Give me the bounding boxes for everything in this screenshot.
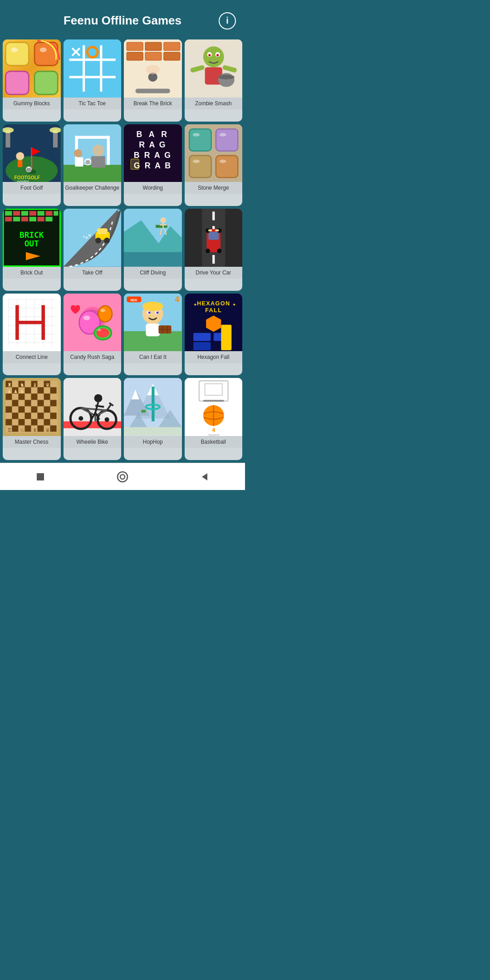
game-label-wheelie-bike: Wheelie Bike bbox=[64, 436, 122, 448]
game-card-brick-out[interactable]: BRICK OUT Brick Out bbox=[3, 209, 61, 291]
svg-rect-53 bbox=[107, 136, 109, 165]
svg-rect-57 bbox=[75, 157, 83, 166]
svg-text:♞: ♞ bbox=[20, 382, 24, 388]
game-thumbnail-goalkeeper-challenge bbox=[64, 124, 122, 182]
svg-rect-174 bbox=[221, 325, 231, 350]
game-thumbnail-brick-out: BRICK OUT bbox=[3, 209, 61, 267]
svg-rect-84 bbox=[13, 217, 20, 221]
svg-text:BRICK: BRICK bbox=[20, 230, 44, 240]
svg-point-152 bbox=[142, 302, 163, 311]
game-card-wording[interactable]: B A R R A G B R A G G R A B Wording bbox=[124, 124, 182, 206]
game-thumbnail-hexagon-fall: HEXAGON FALL ✦ ✦ bbox=[185, 294, 243, 352]
svg-text:4: 4 bbox=[175, 295, 179, 304]
svg-rect-51 bbox=[75, 136, 110, 138]
svg-text:♗: ♗ bbox=[33, 427, 37, 433]
svg-text:♟: ♟ bbox=[20, 389, 24, 394]
svg-rect-85 bbox=[21, 217, 28, 221]
svg-rect-76 bbox=[5, 211, 12, 216]
game-label-tic-tac-toe: Tic Tac Toe bbox=[64, 98, 122, 109]
svg-rect-68 bbox=[189, 155, 211, 177]
game-card-stone-merge[interactable]: Stone Merge bbox=[185, 124, 243, 206]
svg-rect-205 bbox=[12, 426, 18, 432]
svg-point-97 bbox=[88, 234, 90, 236]
game-card-tic-tac-toe[interactable]: Tic Tac Toe bbox=[64, 39, 122, 122]
game-card-connect-line[interactable]: Connect Line bbox=[3, 294, 61, 376]
game-card-zombie-smash[interactable]: Zombie Smash bbox=[185, 39, 243, 122]
svg-rect-55 bbox=[91, 156, 105, 168]
svg-rect-208 bbox=[50, 426, 57, 432]
svg-rect-87 bbox=[38, 217, 44, 221]
svg-rect-243 bbox=[141, 410, 146, 413]
game-label-cliff-diving: Cliff Diving bbox=[124, 267, 182, 279]
game-card-hexagon-fall[interactable]: HEXAGON FALL ✦ ✦ Hexagon Fall bbox=[185, 294, 243, 376]
svg-point-70 bbox=[192, 133, 199, 137]
svg-rect-79 bbox=[29, 211, 36, 216]
game-card-drive-your-car[interactable]: Drive Your Car bbox=[185, 209, 243, 291]
svg-rect-186 bbox=[18, 394, 24, 400]
svg-rect-111 bbox=[212, 212, 215, 220]
game-card-goalkeeper-challenge[interactable]: Goalkeeper Challenge bbox=[64, 124, 122, 206]
svg-text:♖: ♖ bbox=[7, 427, 12, 433]
svg-text:evolution: evolution bbox=[17, 179, 29, 182]
svg-rect-69 bbox=[216, 155, 237, 177]
svg-rect-0 bbox=[5, 42, 29, 65]
game-card-hophop[interactable]: HopHop bbox=[124, 378, 182, 460]
game-label-drive-your-car: Drive Your Car bbox=[185, 267, 243, 279]
svg-point-224 bbox=[78, 416, 83, 421]
svg-point-5 bbox=[40, 48, 47, 52]
svg-rect-88 bbox=[45, 217, 52, 221]
game-thumbnail-stone-merge bbox=[185, 124, 243, 182]
svg-point-226 bbox=[104, 417, 109, 422]
svg-rect-2 bbox=[5, 71, 29, 94]
game-card-break-the-brick[interactable]: Break The Brick bbox=[124, 39, 182, 122]
svg-rect-191 bbox=[38, 400, 44, 407]
game-card-wheelie-bike[interactable]: Wheelie Bike bbox=[64, 378, 122, 460]
info-button[interactable]: i bbox=[219, 12, 236, 29]
svg-text:♛: ♛ bbox=[45, 382, 50, 388]
svg-rect-15 bbox=[127, 42, 143, 50]
game-card-candy-rush-saga[interactable]: Candy Rush Saga bbox=[64, 294, 122, 376]
back-button[interactable] bbox=[199, 471, 210, 482]
game-thumbnail-master-chess: ♜ ♞ ♝ ♛ ♟ ♟ ♟ ♖ ♘ ♗ ♕ bbox=[3, 378, 61, 436]
svg-rect-184 bbox=[50, 387, 57, 394]
svg-rect-171 bbox=[193, 333, 211, 341]
svg-rect-20 bbox=[164, 52, 180, 60]
svg-text:FALL: FALL bbox=[205, 307, 222, 314]
game-thumbnail-gummy-blocks bbox=[3, 39, 61, 98]
svg-rect-121 bbox=[208, 230, 212, 231]
svg-rect-80 bbox=[38, 211, 44, 216]
game-thumbnail-candy-rush-saga bbox=[64, 294, 122, 352]
game-card-basketball[interactable]: 4 Superb Basketball bbox=[185, 378, 243, 460]
game-card-master-chess[interactable]: ♜ ♞ ♝ ♛ ♟ ♟ ♟ ♖ ♘ ♗ ♕ Master Chess bbox=[3, 378, 61, 460]
svg-rect-66 bbox=[189, 129, 211, 151]
svg-point-72 bbox=[192, 159, 199, 163]
game-label-master-chess: Master Chess bbox=[3, 436, 61, 448]
game-label-gummy-blocks: Gummy Blocks bbox=[3, 98, 61, 109]
game-label-hophop: HopHop bbox=[124, 436, 182, 448]
stop-button[interactable] bbox=[35, 471, 46, 482]
game-card-can-i-eat-it[interactable]: NEW 4 Can I Eat It bbox=[124, 294, 182, 376]
svg-rect-202 bbox=[18, 419, 24, 426]
svg-rect-82 bbox=[54, 211, 58, 216]
svg-rect-182 bbox=[24, 387, 31, 394]
home-button[interactable] bbox=[116, 470, 129, 483]
game-card-take-off[interactable]: Take Off bbox=[64, 209, 122, 291]
svg-rect-222 bbox=[64, 428, 122, 436]
game-label-foot-golf: Foot Golf bbox=[3, 182, 61, 194]
svg-marker-260 bbox=[202, 473, 207, 480]
svg-point-96 bbox=[104, 238, 110, 244]
svg-point-233 bbox=[94, 394, 102, 402]
svg-rect-206 bbox=[24, 426, 31, 432]
game-card-gummy-blocks[interactable]: Gummy Blocks bbox=[3, 39, 61, 122]
game-card-foot-golf[interactable]: FOOTGOLF evolution Foot Golf bbox=[3, 124, 61, 206]
svg-rect-78 bbox=[21, 211, 28, 216]
game-card-cliff-diving[interactable]: Cliff Diving bbox=[124, 209, 182, 291]
game-thumbnail-tic-tac-toe bbox=[64, 39, 122, 98]
svg-rect-190 bbox=[24, 400, 31, 407]
svg-point-104 bbox=[160, 217, 166, 223]
game-thumbnail-drive-your-car bbox=[185, 209, 243, 267]
svg-text:G R A B: G R A B bbox=[134, 161, 172, 170]
svg-rect-195 bbox=[31, 407, 37, 413]
svg-rect-204 bbox=[44, 419, 50, 426]
svg-point-95 bbox=[95, 238, 101, 244]
